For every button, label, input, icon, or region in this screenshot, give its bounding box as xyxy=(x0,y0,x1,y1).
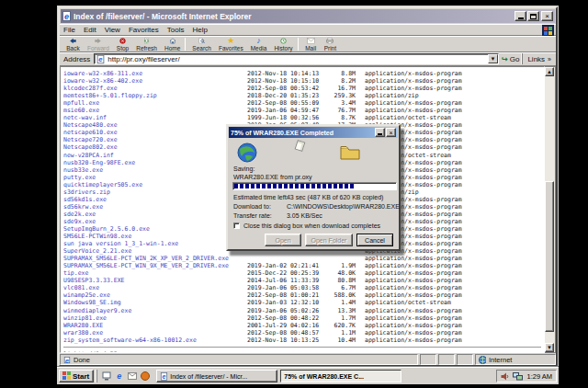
file-link[interactable]: SUPRAMAX_SM56LE-PCT_WIN_2K_XP_VER_2_DRIV… xyxy=(63,255,247,262)
close-button[interactable]: × xyxy=(541,11,553,21)
page-icon: e xyxy=(97,54,105,63)
task-button-download[interactable]: 75% of WRAR280.EXE C... xyxy=(280,370,401,382)
task-button-browser[interactable]: e Index of /fileserver/ - Micr... xyxy=(156,370,277,382)
listing-divider xyxy=(63,347,541,348)
file-link[interactable]: sde2k.exe xyxy=(63,211,247,218)
file-link[interactable]: winamp25e.exe xyxy=(63,291,247,299)
file-link[interactable]: msie60.exe xyxy=(63,107,247,114)
file-link[interactable]: winzip81.exe xyxy=(63,314,247,322)
file-link[interactable]: memtest86+-5.01.floppy.zip xyxy=(63,92,247,99)
cancel-button[interactable]: Cancel xyxy=(356,234,393,246)
refresh-icon xyxy=(141,37,152,45)
home-button[interactable]: Home xyxy=(161,37,184,52)
maximize-button[interactable] xyxy=(527,11,539,21)
file-link[interactable]: vlc081.exe xyxy=(63,284,247,291)
menu-item-view[interactable]: View xyxy=(105,26,120,34)
windows-flag-icon xyxy=(544,27,552,35)
file-link[interactable]: winmediaplayer9.exe xyxy=(63,307,247,314)
file-link[interactable]: U98SESP3.3.33.EXE xyxy=(63,277,247,284)
file-link[interactable]: SetupImgBurn_2.5.6.0.exe xyxy=(63,225,247,233)
dialog-minimize-button[interactable] xyxy=(375,128,385,137)
address-dropdown-button[interactable]: ▼ xyxy=(488,54,498,63)
file-link[interactable]: quicktimeplayer505.exe xyxy=(63,181,247,188)
search-button[interactable]: Search xyxy=(188,37,215,52)
file-link[interactable]: netc-wav.inf xyxy=(63,114,247,121)
media-button[interactable]: ♪ Media xyxy=(247,37,271,52)
menu-item-file[interactable]: File xyxy=(63,26,75,34)
scroll-down-button[interactable]: ▼ xyxy=(545,343,554,352)
file-link[interactable]: SUPRAMAX_SM56LE-PCT_WIN_9X_ME_VER_2_DRIV… xyxy=(63,262,247,269)
file-link[interactable]: SuperVoice_2.21.exe xyxy=(63,247,247,255)
file-link[interactable]: ioware-w32-x86-311.exe xyxy=(63,70,247,77)
vertical-scrollbar[interactable]: ▲ ▼ xyxy=(545,66,556,353)
file-link[interactable]: klcodec287f.exe xyxy=(63,85,247,92)
back-button[interactable]: Back xyxy=(62,37,84,52)
file-size: 588.0K xyxy=(328,291,365,299)
file-link[interactable]: WRAR280.EXE xyxy=(63,322,247,329)
forward-icon xyxy=(91,37,105,45)
history-button[interactable]: History xyxy=(270,37,296,52)
file-link[interactable]: sde9x.exe xyxy=(63,218,247,225)
file-date: 2012-Sep-08 00:48:57 xyxy=(247,329,328,337)
file-link[interactable]: nusb320-Eng-98FE.exe xyxy=(63,159,247,166)
minimize-icon xyxy=(378,133,382,135)
menu-item-edit[interactable]: Edit xyxy=(84,26,96,34)
ie-icon[interactable]: e xyxy=(114,371,124,382)
favorites-button[interactable]: ★ Favorites xyxy=(215,37,247,52)
chevron-down-icon: ▼ xyxy=(491,56,496,62)
open-folder-button[interactable]: Open Folder xyxy=(305,234,353,246)
file-link[interactable]: netscape610.exe xyxy=(63,129,247,136)
forward-button[interactable]: Forward xyxy=(84,37,113,52)
print-button[interactable]: Print xyxy=(321,37,340,52)
close-when-done-checkbox[interactable] xyxy=(233,223,240,229)
file-link[interactable]: zip_system_software-w64-x86-10012.exe xyxy=(63,337,247,344)
file-link[interactable]: Netscape480.exe xyxy=(63,121,247,129)
mail-button[interactable]: Mail xyxy=(301,37,321,52)
file-link[interactable]: SM56LE-PCTWin98.exe xyxy=(63,233,247,240)
media-player-icon[interactable] xyxy=(140,371,150,382)
scroll-up-button[interactable]: ▲ xyxy=(545,67,554,76)
listing-row: WRAR280.EXE2001-Jul-29 04:02:16620.7Kapp… xyxy=(63,322,544,329)
file-link[interactable]: sun java version 1_3_1-win-1.exe xyxy=(63,240,247,247)
minimize-button[interactable] xyxy=(514,11,526,21)
show-desktop-icon[interactable] xyxy=(101,371,111,382)
file-link[interactable]: sd56kd1s.exe xyxy=(63,196,247,203)
file-link[interactable]: putty.exe xyxy=(63,174,247,181)
file-link[interactable]: mpfull.exe xyxy=(63,99,247,107)
file-link[interactable]: tip.exe xyxy=(63,269,247,277)
file-type: application/x-msdos-program xyxy=(365,99,544,107)
menu-item-favorites[interactable]: Favorites xyxy=(129,26,159,34)
scrollbar-thumb[interactable] xyxy=(545,181,554,332)
dialog-close-button[interactable]: × xyxy=(386,128,396,137)
start-button[interactable]: Start xyxy=(59,370,94,382)
menu-item-tools[interactable]: Tools xyxy=(167,26,185,34)
go-button[interactable]: ↪ Go xyxy=(502,55,519,63)
file-date: 2015-Dec-22 00:25:39 xyxy=(247,269,328,277)
file-type: application/x-msdos-program xyxy=(365,107,544,114)
file-link[interactable]: wrar380.exe xyxy=(63,329,247,337)
file-link[interactable]: nusb33e.exe xyxy=(63,166,247,174)
file-link[interactable]: sd56krw.exe xyxy=(63,203,247,211)
dialog-title: 75% of WRAR280.EXE Completed xyxy=(231,130,374,136)
open-button[interactable]: Open xyxy=(265,234,301,246)
file-link[interactable]: Netscape720.exe xyxy=(63,136,247,143)
estimated-time-row: Estimated time left: 43 sec (487 KB of 6… xyxy=(233,194,397,200)
address-input[interactable]: e http://pr.oxy/fileserver/ ▼ xyxy=(94,53,499,64)
file-link[interactable]: Netscape802.exe xyxy=(63,143,247,151)
links-bar[interactable]: Links » xyxy=(522,53,554,64)
file-link[interactable]: Windows98_SE.img xyxy=(63,299,247,306)
file-link[interactable]: ioware-w32-x86-402.exe xyxy=(63,77,247,85)
file-date: 2019-Jan-06 05:02:26 xyxy=(247,307,328,314)
stop-button[interactable]: Stop xyxy=(113,37,132,52)
volume-icon[interactable] xyxy=(501,372,509,381)
listing-row: winamp25e.exe2012-Sep-08 01:00:21588.0Ka… xyxy=(63,291,544,299)
menu-item-help[interactable]: Help xyxy=(192,26,207,34)
network-icon[interactable] xyxy=(513,372,523,381)
file-link[interactable]: s3drivers.zip xyxy=(63,188,247,196)
ie-icon: e xyxy=(161,372,167,381)
file-link[interactable]: new-v28PCA.inf xyxy=(63,152,247,159)
stop-label: Stop xyxy=(117,45,129,51)
file-size: 1.1M xyxy=(328,329,365,337)
refresh-button[interactable]: Refresh xyxy=(132,37,161,52)
outlook-icon[interactable] xyxy=(127,371,137,382)
